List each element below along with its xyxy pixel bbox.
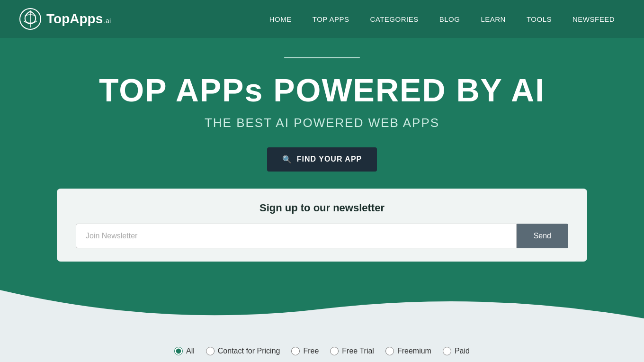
filter-contact[interactable]: Contact for Pricing [206,347,280,355]
nav-item-learn[interactable]: LEARN [470,10,516,28]
nav-item-home[interactable]: HOME [259,10,302,28]
filter-all[interactable]: All [174,347,195,355]
hero-title: TOP APPs POWERED BY AI [99,72,545,108]
nav-item-top-apps[interactable]: TOP APPS [302,10,360,28]
nav-item-tools[interactable]: TOOLS [516,10,562,28]
lower-section: All Contact for Pricing Free Free Trial … [0,328,644,362]
nav-menu: HOME TOP APPS CATEGORIES BLOG LEARN TOOL… [259,10,625,28]
find-app-button[interactable]: 🔍 FIND YOUR APP [267,147,377,172]
newsletter-title: Sign up to our newsletter [76,202,568,214]
newsletter-box: Sign up to our newsletter Send [57,189,587,262]
navbar: TopApps.ai HOME TOP APPS CATEGORIES BLOG… [0,0,644,38]
logo[interactable]: TopApps.ai [19,8,111,30]
hero-content: TOP APPs POWERED BY AI THE BEST AI POWER… [0,38,644,290]
filter-paid[interactable]: Paid [443,347,470,355]
nav-item-categories[interactable]: CATEGORIES [359,10,429,28]
logo-wordmark: TopApps.ai [46,11,111,27]
filter-row: All Contact for Pricing Free Free Trial … [9,342,635,362]
filter-freemium[interactable]: Freemium [385,347,431,355]
search-icon: 🔍 [282,155,292,164]
nav-item-newsfeed[interactable]: NEWSFEED [562,10,625,28]
hero-section: TOP APPs POWERED BY AI THE BEST AI POWER… [0,38,644,328]
hero-divider [284,57,360,58]
logo-icon [19,8,42,30]
nav-item-blog[interactable]: BLOG [429,10,471,28]
newsletter-input[interactable] [76,224,517,248]
hero-wave [0,290,644,328]
filter-free-trial[interactable]: Free Trial [330,347,374,355]
newsletter-form: Send [76,224,568,248]
send-button[interactable]: Send [517,224,568,248]
hero-subtitle: THE BEST AI POWERED WEB APPS [205,116,439,130]
filter-free[interactable]: Free [291,347,319,355]
